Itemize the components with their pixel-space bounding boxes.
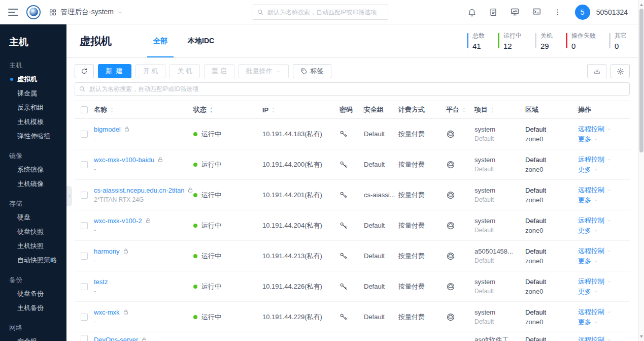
export-button[interactable] (587, 64, 606, 78)
vm-name-link[interactable]: wxc-mxk-v100-2 (94, 216, 142, 226)
remote-control-link[interactable]: 远程控制 (578, 124, 612, 134)
column-header-ip[interactable]: IP (262, 101, 340, 118)
batch-actions-button[interactable]: 批量操作 (239, 64, 289, 78)
workspace-grid-icon (49, 8, 57, 16)
stat-color-bar (535, 33, 536, 48)
chevron-down-icon (593, 228, 598, 233)
vm-name-link[interactable]: harmony (94, 246, 120, 256)
vm-name-link[interactable]: testz (94, 277, 108, 287)
row-checkbox[interactable] (81, 283, 88, 290)
remote-control-link[interactable]: 远程控制 (578, 276, 612, 287)
password-key-icon[interactable] (340, 222, 348, 230)
create-button[interactable]: 新 建 (98, 64, 131, 78)
more-link[interactable]: 更多 (578, 165, 612, 175)
more-link[interactable]: 更多 (578, 256, 612, 266)
sidebar-item-host-snapshots[interactable]: 主机快照 (0, 239, 66, 253)
menu-toggle-icon[interactable] (8, 9, 18, 16)
remote-control-link[interactable]: 远程控制 (578, 335, 612, 341)
row-checkbox[interactable] (81, 222, 88, 229)
page-header: 虚拟机 全部 本地IDC 总数41 运行中12 关机29 操作失败0 (66, 24, 638, 58)
billing-type: 按量付费 (398, 241, 446, 271)
vm-subtitle: - (94, 165, 163, 174)
settings-button[interactable] (611, 64, 630, 78)
chevron-down-icon (606, 188, 612, 193)
power-on-button[interactable]: 开 机 (135, 64, 166, 78)
search-icon (257, 9, 264, 16)
tab-all[interactable]: 全部 (143, 24, 178, 57)
password-key-icon[interactable] (340, 161, 348, 169)
more-link[interactable]: 更多 (578, 134, 612, 144)
document-list-icon[interactable] (489, 8, 498, 17)
sidebar-item-auto-scaling-groups[interactable]: 弹性伸缩组 (0, 129, 66, 143)
sidebar-item-disk-backup[interactable]: 硬盘备份 (0, 287, 66, 301)
password-key-icon[interactable] (340, 130, 348, 138)
workspace-switcher[interactable]: 管理后台-system (49, 8, 123, 17)
more-link[interactable]: 更多 (578, 287, 612, 297)
row-checkbox[interactable] (81, 161, 88, 168)
column-header-status[interactable]: 状态 (193, 101, 262, 118)
tab-local-idc[interactable]: 本地IDC (178, 24, 224, 57)
sidebar-item-host-images[interactable]: 主机镜像 (0, 177, 66, 191)
global-search-input[interactable] (253, 5, 388, 20)
column-header-project[interactable]: 项目 (474, 101, 525, 118)
row-checkbox[interactable] (81, 253, 88, 260)
sidebar-item-host-templates[interactable]: 主机模板 (0, 115, 66, 129)
vm-name-link[interactable]: cs-aiassist.ncepu.edu.cn-2titan (94, 185, 184, 195)
power-off-button[interactable]: 关 机 (170, 64, 200, 78)
sidebar-item-system-images[interactable]: 系统镜像 (0, 163, 66, 177)
scrollbar-thumb[interactable] (639, 9, 643, 152)
platform-cloud-icon (446, 130, 455, 139)
kebab-menu-icon[interactable] (554, 8, 562, 16)
sidebar-item-disks[interactable]: 硬盘 (0, 210, 66, 225)
vm-name-link[interactable]: bigmodel (94, 125, 121, 134)
password-key-icon[interactable] (340, 252, 348, 260)
sidebar-item-anti-affinity-groups[interactable]: 反亲和组 (0, 101, 66, 115)
vm-name-link[interactable]: wxc-mxk (94, 307, 120, 317)
billing-type: 按量付费 (398, 302, 446, 332)
chevron-down-icon (606, 218, 612, 223)
sidebar-item-disk-snapshots[interactable]: 硬盘快照 (0, 225, 66, 239)
scrollbar-down-arrow[interactable] (638, 333, 644, 340)
notification-bell-icon[interactable] (467, 8, 477, 17)
remote-control-link[interactable]: 远程控制 (578, 154, 612, 165)
row-checkbox[interactable] (81, 192, 88, 199)
row-checkbox[interactable] (81, 131, 88, 138)
avatar[interactable]: 5 (575, 5, 590, 20)
vm-name-link[interactable]: wxc-mxk-v100-baidu (94, 155, 154, 165)
password-key-icon[interactable] (340, 283, 348, 291)
refresh-button[interactable] (75, 64, 94, 78)
tag-button[interactable]: 标签 (293, 64, 331, 78)
sidebar-collapse-handle[interactable] (66, 186, 72, 206)
password-key-icon[interactable] (340, 313, 348, 321)
scrollbar-up-arrow[interactable] (638, 1, 644, 8)
restart-button[interactable]: 重 启 (204, 64, 234, 78)
remote-control-link[interactable]: 远程控制 (578, 215, 612, 226)
terminal-icon[interactable] (532, 7, 541, 17)
monitor-chart-icon[interactable] (510, 7, 520, 17)
status-text: 运行中 (201, 282, 221, 291)
column-header-name[interactable]: 名称 (94, 101, 193, 118)
sidebar-item-security-groups[interactable]: 安全组 (0, 334, 66, 341)
vm-name-link[interactable]: DevOps-server (94, 335, 138, 341)
username[interactable]: 50501324 (596, 8, 628, 16)
column-header-platform[interactable]: 平台 (446, 101, 474, 118)
sidebar-item-virtual-machines[interactable]: 虚拟机 (0, 72, 66, 86)
row-checkbox[interactable] (81, 314, 88, 321)
sidebar-item-auto-snapshot-policy[interactable]: 自动快照策略 (0, 253, 66, 267)
row-checkbox[interactable] (81, 335, 88, 341)
password-key-icon[interactable] (340, 191, 348, 199)
remote-control-link[interactable]: 远程控制 (578, 307, 612, 317)
more-link[interactable]: 更多 (578, 317, 612, 327)
sidebar-item-host-backup[interactable]: 主机备份 (0, 301, 66, 315)
select-all-checkbox[interactable] (81, 106, 88, 113)
sidebar-item-bare-metal[interactable]: 裸金属 (0, 86, 66, 101)
remote-control-link[interactable]: 远程控制 (578, 246, 612, 256)
more-link[interactable]: 更多 (578, 195, 612, 205)
stat-color-bar (609, 33, 611, 48)
table-filter-input[interactable] (75, 82, 630, 96)
remote-control-link[interactable]: 远程控制 (578, 185, 612, 195)
chevron-down-icon (593, 137, 598, 142)
page-title: 虚拟机 (80, 34, 112, 48)
sidebar-group-network: 网络 (0, 321, 66, 334)
more-link[interactable]: 更多 (578, 226, 612, 236)
